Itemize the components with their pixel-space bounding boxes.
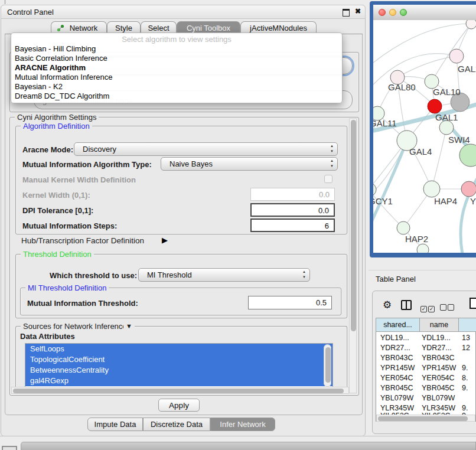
algorithm-definition-title: Algorithm Definition: [21, 122, 92, 131]
which-threshold-combo[interactable]: MI Threshold ▲▼: [138, 268, 310, 282]
cell[interactable]: YPR145W: [380, 364, 415, 372]
mi-type-combo[interactable]: Naive Bayes ▲▼: [161, 157, 338, 171]
stepper-arrows-icon: ▲▼: [330, 158, 334, 169]
attribute-item[interactable]: TopologicalCoefficient: [25, 354, 332, 365]
tab-discretize-data-label: Discretize Data: [151, 420, 203, 429]
node-hap2[interactable]: [397, 221, 410, 234]
kernel-width-field[interactable]: 0.0: [250, 188, 335, 201]
cell[interactable]: YPR145W: [422, 364, 456, 372]
minimized-panel-icon[interactable]: [2, 446, 17, 450]
attribute-item[interactable]: gal4RGexp: [25, 376, 332, 386]
zoom-traffic-light-icon[interactable]: [400, 9, 407, 16]
cell[interactable]: YDL19...: [380, 334, 409, 342]
dropdown-item[interactable]: Bayesian - Hill Climbing: [15, 44, 338, 54]
document-icon[interactable]: [470, 298, 476, 309]
column-header-name[interactable]: name: [419, 318, 459, 332]
tab-select-label: Select: [148, 24, 169, 32]
network-window-titlebar[interactable]: [373, 5, 476, 21]
cell[interactable]: 13: [462, 334, 470, 342]
table-hscrollbar-thumb[interactable]: [378, 416, 468, 421]
kernel-width-label: Kernel Width (0,1):: [22, 191, 90, 200]
dropdown-item[interactable]: Basic Correlation Inference: [15, 54, 338, 63]
settings-vscrollbar-thumb[interactable]: [351, 120, 356, 331]
attribute-item[interactable]: SelfLoops: [25, 344, 332, 354]
cell[interactable]: 9.: [462, 404, 468, 412]
cell[interactable]: YDR27...: [422, 344, 452, 352]
cell[interactable]: YBR043C: [380, 354, 413, 362]
network-icon: [57, 24, 64, 32]
table-hscrollbar[interactable]: [376, 415, 475, 422]
tab-infer-network[interactable]: Infer Network: [210, 418, 275, 431]
column-header-shared[interactable]: shared...: [376, 318, 420, 332]
cell[interactable]: YER054C: [422, 374, 455, 382]
sources-expander-icon[interactable]: ▼: [123, 322, 135, 330]
mi-threshold-field[interactable]: 0.5: [248, 296, 332, 309]
dpi-tolerance-field[interactable]: 0.0: [250, 203, 335, 217]
hub-definition-label: Hub/Transcription Factor Definition: [21, 236, 144, 245]
dropdown-item[interactable]: Bayesian - K2: [15, 82, 338, 92]
dropdown-placeholder: Select algorithm to view settings: [11, 35, 342, 44]
attributes-scrollbar[interactable]: [324, 344, 331, 387]
aracne-mode-label: Aracne Mode:: [22, 145, 73, 154]
node-pink-right[interactable]: [461, 181, 476, 197]
minimize-traffic-light-icon[interactable]: [389, 9, 396, 16]
close-panel-icon[interactable]: ✖: [355, 7, 361, 15]
node-clipped-bottom[interactable]: [417, 244, 429, 253]
cell[interactable]: YBL079W: [380, 394, 413, 402]
cell[interactable]: 12: [462, 344, 470, 352]
float-panel-icon[interactable]: [343, 9, 350, 17]
checked-pair-icon[interactable]: ✓✓: [420, 302, 435, 313]
attribute-item[interactable]: BetweennessCentrality: [25, 365, 332, 376]
aracne-mode-combo[interactable]: Discovery ▲▼: [74, 142, 338, 156]
minimized-bottom-bar[interactable]: [21, 442, 476, 450]
manual-kernel-checkbox[interactable]: [324, 175, 332, 183]
cell[interactable]: YLR345W: [422, 404, 455, 412]
cell[interactable]: 9.: [462, 364, 468, 372]
cell[interactable]: YLR345W: [380, 404, 414, 412]
unchecked-box-icon: [440, 304, 446, 311]
gear-icon[interactable]: ⚙: [383, 299, 392, 311]
apply-button[interactable]: Apply: [158, 399, 200, 412]
column-header-clipped[interactable]: [458, 318, 476, 332]
cell[interactable]: 9.: [462, 384, 468, 392]
tab-cyni-toolbox-label: Cyni Toolbox: [187, 24, 230, 32]
cell[interactable]: YDL19...: [422, 334, 451, 342]
settings-vscrollbar[interactable]: [349, 118, 357, 393]
node-gcy1[interactable]: [373, 183, 376, 196]
cell[interactable]: YBL079W: [422, 394, 455, 402]
tab-impute-data[interactable]: Impute Data: [87, 418, 143, 431]
close-traffic-light-icon[interactable]: [379, 9, 386, 16]
control-panel-titlebar[interactable]: Control Panel ✖: [1, 5, 366, 19]
node-big-green[interactable]: [459, 144, 476, 167]
node-label: HAP2: [405, 234, 428, 244]
attributes-scrollbar-thumb[interactable]: [325, 347, 331, 383]
dropdown-item[interactable]: Mutual Information Inference: [15, 73, 338, 82]
node-label: GAL10: [433, 87, 461, 97]
node-label: GAL80: [388, 82, 416, 92]
cell[interactable]: YDR27...: [380, 344, 410, 352]
dropdown-item-selected[interactable]: ARACNE Algorithm: [15, 63, 338, 73]
cell[interactable]: 8.: [462, 374, 468, 382]
split-columns-icon[interactable]: [401, 300, 412, 310]
data-attributes-list[interactable]: SelfLoops TopologicalCoefficient Between…: [25, 343, 333, 388]
tab-discretize-data[interactable]: Discretize Data: [143, 418, 210, 431]
network-canvas[interactable]: GAL2 GAL80 GAL10 GAL1 GAL11 SWI4 GAL4 GC…: [373, 20, 476, 253]
mi-threshold-title: MI Threshold Definition: [25, 283, 109, 292]
node-hap4[interactable]: [423, 181, 440, 197]
node-gal2[interactable]: [449, 49, 464, 63]
unchecked-pair-icon[interactable]: [440, 302, 454, 313]
cell[interactable]: YBR045C: [380, 384, 413, 392]
node-clipped-top[interactable]: [466, 20, 476, 29]
mi-steps-field[interactable]: 6: [250, 219, 335, 232]
dropdown-item[interactable]: Dream8 DC_TDC Algorithm: [15, 92, 338, 101]
node-swi4[interactable]: [439, 120, 454, 135]
node-gal1[interactable]: [428, 99, 442, 113]
mi-threshold-label: Mutual Information Threshold:: [27, 299, 138, 308]
hub-expander-icon[interactable]: ▶: [162, 236, 168, 244]
settings-hscrollbar[interactable]: [11, 387, 349, 394]
settings-hscrollbar-thumb[interactable]: [13, 389, 344, 393]
cell[interactable]: YER054C: [380, 374, 413, 382]
node-label: GAL2: [458, 64, 476, 74]
cell[interactable]: YBR045C: [422, 384, 455, 392]
cell[interactable]: YBR043C: [422, 354, 455, 362]
